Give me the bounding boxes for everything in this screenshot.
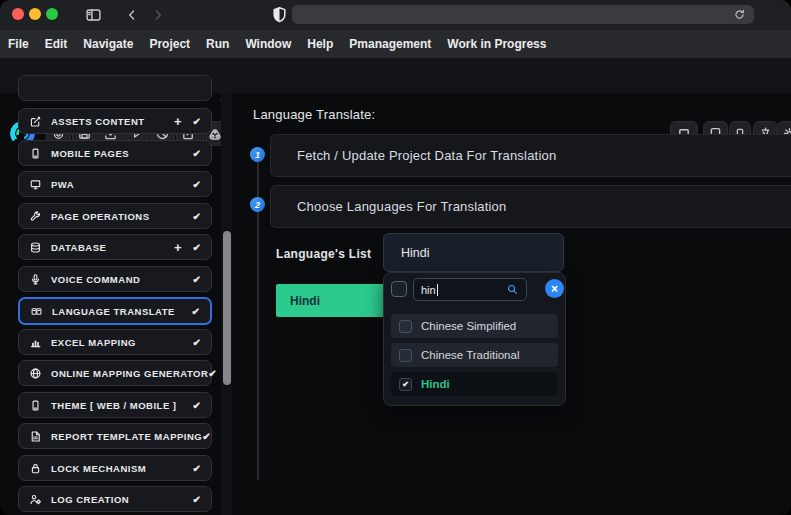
mobile-icon [29, 399, 42, 412]
language-search-input[interactable]: hin [413, 278, 527, 301]
sidebar-item-label: VOICE COMMAND [51, 274, 140, 285]
close-window-button[interactable] [12, 8, 24, 20]
titlebar [0, 0, 791, 30]
option-hindi[interactable]: ✔ Hindi [391, 372, 558, 396]
close-icon: × [551, 283, 558, 295]
sidebar-item-label: MOBILE PAGES [51, 148, 129, 159]
sidebar-item-label: EXCEL MAPPING [51, 337, 136, 348]
check-icon: ✔ [193, 211, 201, 222]
check-icon: ✔ [193, 274, 201, 285]
bar-chart-icon [29, 336, 42, 349]
option-chinese-traditional[interactable]: Chinese Traditional [391, 343, 558, 367]
option-checkbox[interactable] [399, 320, 412, 333]
option-label: Hindi [421, 378, 450, 390]
menubar: File Edit Navigate Project Run Window He… [0, 30, 791, 58]
edit-icon [29, 115, 42, 128]
menu-edit[interactable]: Edit [45, 37, 68, 51]
microphone-icon [29, 273, 42, 286]
sidebar-item-lock-mechanism[interactable]: LOCK MECHANISM ✔ [18, 455, 212, 481]
sidebar-item-label: LOG CREATION [51, 494, 129, 505]
plus-icon[interactable]: + [174, 241, 182, 254]
search-icon [506, 283, 519, 296]
forward-icon[interactable] [151, 8, 165, 22]
menu-file[interactable]: File [8, 37, 29, 51]
step-number: 2 [255, 200, 260, 210]
select-all-checkbox[interactable] [391, 281, 407, 297]
check-icon: ✔ [202, 431, 210, 442]
sidebar-item-label: LOCK MECHANISM [51, 463, 146, 474]
shield-icon[interactable] [271, 6, 288, 23]
sidebar-item-label: ASSETS CONTENT [51, 116, 145, 127]
language-dropdown: hin × Chinese Simplified Chinese Traditi… [383, 272, 566, 406]
sidebar-scrollbar-thumb[interactable] [223, 231, 231, 385]
sidebar-item-online-mapping-generator[interactable]: ONLINE MAPPING GENERATOR ✔ [18, 360, 212, 386]
app-window: File Edit Navigate Project Run Window He… [0, 0, 791, 515]
sidebar-item-log-creation[interactable]: LOG CREATION ✔ [18, 486, 212, 512]
text-cursor [437, 284, 438, 296]
menu-work-in-progress[interactable]: Work in Progress [447, 37, 546, 51]
option-checkbox[interactable] [399, 349, 412, 362]
step-number: 1 [255, 150, 260, 160]
sidebar-item-label: PWA [51, 179, 74, 190]
sidebar-item-partial[interactable] [18, 75, 212, 101]
menu-run[interactable]: Run [206, 37, 229, 51]
option-chinese-simplified[interactable]: Chinese Simplified [391, 314, 558, 338]
plus-icon[interactable]: + [174, 115, 182, 128]
menu-navigate[interactable]: Navigate [83, 37, 133, 51]
chip-label: Hindi [290, 294, 320, 308]
sidebar-item-language-translate[interactable]: LANGUAGE TRANSLATE ✔ [18, 297, 212, 325]
sidebar-item-label: THEME [ WEB / MOBILE ] [51, 400, 177, 411]
check-icon: ✔ [193, 400, 201, 411]
option-checkbox-checked[interactable]: ✔ [399, 378, 412, 391]
dictionary-icon [30, 305, 43, 318]
minimize-window-button[interactable] [29, 8, 41, 20]
menu-project[interactable]: Project [149, 37, 190, 51]
check-icon: ✔ [193, 116, 201, 127]
sidebar-item-label: REPORT TEMPLATE MAPPING [51, 431, 202, 442]
language-select[interactable]: Hindi [383, 233, 564, 272]
languages-list-label: Language's List [276, 247, 371, 261]
step-1-panel[interactable]: Fetch / Update Project Data For Translat… [270, 134, 791, 177]
sidebar-item-theme[interactable]: THEME [ WEB / MOBILE ] ✔ [18, 392, 212, 418]
step-2-label: Choose Languages For Translation [297, 199, 506, 214]
file-icon [29, 430, 42, 443]
sidebar-item-page-operations[interactable]: PAGE OPERATIONS ✔ [18, 203, 212, 229]
refresh-icon[interactable] [733, 8, 746, 21]
sidebar-toggle-icon[interactable] [85, 7, 102, 23]
sidebar-item-label: ONLINE MAPPING GENERATOR [51, 368, 208, 379]
check-icon: ✔ [193, 242, 201, 253]
check-icon: ✔ [193, 463, 201, 474]
check-icon: ✔ [192, 306, 200, 317]
monitor-icon [29, 178, 42, 191]
close-dropdown-button[interactable]: × [545, 279, 564, 298]
back-icon[interactable] [125, 8, 139, 22]
sidebar-item-database[interactable]: DATABASE +✔ [18, 234, 212, 260]
check-icon: ✔ [193, 179, 201, 190]
address-bar[interactable] [292, 5, 754, 24]
sidebar-item-pwa[interactable]: PWA ✔ [18, 171, 212, 197]
option-label: Chinese Simplified [421, 320, 516, 332]
menu-help[interactable]: Help [307, 37, 333, 51]
check-icon: ✔ [208, 368, 216, 379]
sidebar-item-mobile-pages[interactable]: MOBILE PAGES ✔ [18, 140, 212, 166]
sidebar-item-label: LANGUAGE TRANSLATE [52, 306, 175, 317]
sidebar-item-assets-content[interactable]: ASSETS CONTENT +✔ [18, 108, 212, 134]
menu-window[interactable]: Window [245, 37, 291, 51]
menu-pmanagement[interactable]: Pmanagement [349, 37, 431, 51]
step-1-label: Fetch / Update Project Data For Translat… [297, 148, 556, 163]
wrench-icon [29, 210, 42, 223]
step-1-badge: 1 [250, 147, 265, 162]
globe-icon [29, 367, 42, 380]
sidebar-item-voice-command[interactable]: VOICE COMMAND ✔ [18, 266, 212, 292]
option-label: Chinese Traditional [421, 349, 519, 361]
fullscreen-window-button[interactable] [46, 8, 58, 20]
check-icon: ✔ [193, 494, 201, 505]
sidebar-item-excel-mapping[interactable]: EXCEL MAPPING ✔ [18, 329, 212, 355]
step-2-panel[interactable]: Choose Languages For Translation [270, 185, 791, 228]
sidebar-item-label: DATABASE [51, 242, 106, 253]
check-icon: ✔ [193, 337, 201, 348]
selected-language-chip[interactable]: Hindi [276, 284, 386, 317]
page-title: Language Translate: [253, 107, 375, 122]
sidebar-item-report-template-mapping[interactable]: REPORT TEMPLATE MAPPING ✔ [18, 423, 212, 449]
search-query-text: hin [421, 284, 436, 296]
